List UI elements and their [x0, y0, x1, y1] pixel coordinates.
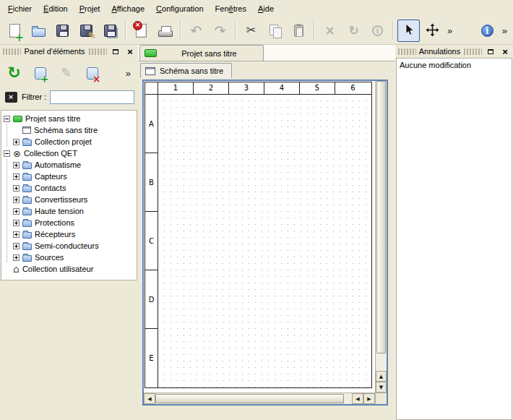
float-panel-button[interactable]	[485, 46, 496, 57]
menu-projet[interactable]: Projet	[74, 1, 106, 15]
expand-icon[interactable]	[13, 208, 20, 215]
tree-item-collection-utilisateur[interactable]: ⌂Collection utilisateur	[1, 263, 137, 275]
tab-projet-sans-titre[interactable]: Projet sans titre	[139, 45, 264, 61]
reload-collections-button[interactable]: ↻	[4, 64, 24, 83]
expand-icon[interactable]	[13, 173, 20, 180]
expand-icon[interactable]	[13, 243, 20, 249]
column-header: 3	[229, 82, 264, 94]
save-as-button[interactable]	[75, 20, 98, 42]
dock-handle[interactable]	[2, 48, 21, 55]
grid-area[interactable]	[158, 95, 371, 387]
vertical-scrollbar[interactable]: ▲ ▼	[375, 81, 387, 393]
toolbar-overflow-button[interactable]: »	[444, 25, 455, 36]
tree-item-contacts[interactable]: Contacts	[1, 182, 137, 194]
menu-fenetres[interactable]: Fenêtres	[210, 1, 252, 15]
reload-collections-icon: ↻	[7, 65, 20, 81]
collapse-icon[interactable]	[4, 150, 10, 157]
tree-item-collection-qet[interactable]: ⊗Collection QET	[1, 147, 137, 159]
tree-item-convertisseurs[interactable]: Convertisseurs	[1, 194, 137, 205]
tree-item-recepteurs[interactable]: Récepteurs	[1, 228, 137, 240]
toolbar-separator	[125, 21, 126, 40]
tree-item-automatisme[interactable]: Automatisme	[1, 159, 137, 171]
tree-item-collection-projet[interactable]: Collection projet	[1, 136, 137, 147]
tree-item-protections[interactable]: Protections	[1, 217, 137, 228]
paste-button[interactable]	[288, 20, 310, 42]
open-project-button[interactable]	[27, 20, 50, 42]
undo-list[interactable]: Aucune modification	[396, 58, 512, 420]
tree-item-label: Convertisseurs	[35, 195, 87, 204]
expand-icon[interactable]	[13, 162, 20, 168]
close-panel-button[interactable]: ×	[124, 46, 136, 57]
about-button[interactable]: i	[476, 20, 499, 42]
menu-configuration[interactable]: Configuration	[150, 1, 209, 15]
expand-icon[interactable]	[13, 231, 20, 238]
tree-item-schema-sans-titre[interactable]: Schéma sans titre	[1, 124, 137, 136]
menu-edition[interactable]: Édition	[38, 1, 74, 15]
tab-schema-sans-titre[interactable]: Schéma sans titre	[140, 63, 232, 78]
expand-icon[interactable]	[13, 220, 20, 226]
tree-item-label: Haute tension	[35, 207, 84, 215]
toolbar-overflow-button[interactable]: »	[123, 68, 134, 79]
pan-tool-button[interactable]	[421, 20, 444, 42]
save-all-button[interactable]	[99, 20, 121, 42]
select-tool-icon	[403, 23, 415, 38]
collapse-icon[interactable]	[4, 116, 10, 122]
tree-item-semi-conducteurs[interactable]: Semi-conducteurs	[1, 240, 137, 252]
h-scroll-left-button[interactable]: ◀	[144, 393, 155, 404]
undo-empty-text: Aucune modification	[400, 61, 509, 69]
delete-button[interactable]: ×	[319, 20, 341, 42]
new-document-button[interactable]	[4, 20, 26, 42]
tree-item-projet-sans-titre[interactable]: Projet sans titre	[1, 113, 137, 124]
column-header: 1	[158, 82, 194, 94]
redo-button[interactable]: ↷	[209, 20, 231, 42]
v-scroll-up-button[interactable]: ▲	[376, 371, 387, 382]
float-panel-button[interactable]	[110, 46, 121, 57]
expand-icon[interactable]	[13, 185, 20, 192]
menu-fichier[interactable]: Fichier	[2, 1, 38, 15]
v-scroll-thumb[interactable]	[376, 81, 386, 353]
copy-button[interactable]	[264, 20, 286, 42]
cut-button[interactable]: ✂	[240, 20, 262, 42]
edit-element-button[interactable]: ✎	[56, 64, 76, 83]
menu-affichage[interactable]: Affichage	[105, 1, 150, 15]
h-scroll-track[interactable]	[155, 393, 352, 404]
dock-handle[interactable]	[397, 48, 416, 55]
clear-filter-button[interactable]: ×	[4, 90, 18, 103]
horizontal-scrollbar[interactable]: ◀ ◀ ▶	[144, 393, 375, 404]
close-file-button[interactable]	[130, 20, 152, 42]
undo-button[interactable]: ↶	[185, 20, 207, 42]
dock-handle[interactable]	[463, 48, 482, 55]
tree-item-sources[interactable]: Sources	[1, 252, 137, 263]
menu-aide[interactable]: Aide	[252, 1, 280, 15]
close-panel-button[interactable]: ×	[499, 46, 511, 57]
expand-icon[interactable]	[13, 254, 20, 261]
filter-input[interactable]	[50, 90, 134, 104]
toolbar-overflow-button[interactable]: »	[499, 25, 510, 36]
save-button[interactable]	[51, 20, 74, 42]
expand-icon[interactable]	[13, 139, 20, 145]
tree-item-capteurs[interactable]: Capteurs	[1, 171, 137, 182]
expand-icon[interactable]	[13, 197, 20, 203]
toolbar-separator	[392, 21, 394, 40]
toolbar-separator	[235, 21, 236, 40]
new-element-button[interactable]	[30, 64, 50, 83]
tree-item-label: Récepteurs	[35, 230, 75, 239]
v-scroll-down-button[interactable]: ▼	[376, 382, 387, 393]
dock-filler	[0, 280, 138, 420]
tree-item-haute-tension[interactable]: Haute tension	[1, 205, 137, 217]
tree-item-label: Collection utilisateur	[22, 265, 93, 273]
row-header: D	[145, 270, 158, 329]
v-scroll-track[interactable]	[376, 81, 387, 371]
select-tool-button[interactable]	[397, 20, 420, 42]
h-scroll-right-button[interactable]: ▶	[363, 393, 375, 404]
h-scroll-thumb[interactable]	[155, 394, 344, 403]
delete-element-button[interactable]	[82, 64, 102, 83]
scrollbar-corner	[375, 393, 387, 404]
h-scroll-left-button-end[interactable]: ◀	[352, 393, 363, 404]
rotate-button[interactable]: ↻	[342, 20, 365, 42]
print-button[interactable]	[154, 20, 176, 42]
dock-handle[interactable]	[88, 48, 107, 55]
conductor-properties-button[interactable]: i	[366, 20, 389, 42]
schema-tab-label: Schéma sans titre	[160, 67, 223, 75]
diagram-canvas[interactable]: 123456 ABCDE	[144, 81, 375, 393]
